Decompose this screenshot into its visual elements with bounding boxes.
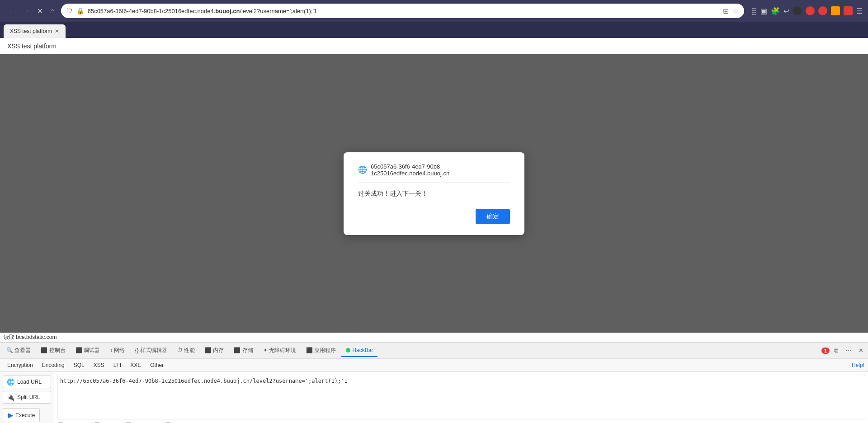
page-title-bar: XSS test platform [0, 38, 868, 54]
load-url-label: Load URL [17, 379, 42, 385]
menu-icon[interactable]: ☰ [856, 7, 863, 15]
execute-label: Execute [15, 412, 35, 418]
nav-buttons: ← → ✕ ⌂ [5, 5, 57, 17]
reload-button[interactable]: ✕ [34, 5, 46, 17]
home-button[interactable]: ⌂ [47, 5, 57, 17]
dialog-domain: 65c057a6-36f6-4ed7-90b8-1c25016edfec.nod… [371, 163, 510, 177]
bookmark-icon[interactable]: ☆ [732, 7, 739, 15]
main-content: 🌐 65c057a6-36f6-4ed7-90b8-1c25016edfec.n… [0, 54, 868, 333]
dialog-title: 🌐 65c057a6-36f6-4ed7-90b8-1c25016edfec.n… [358, 163, 510, 183]
url-input[interactable] [57, 375, 865, 419]
split-url-button[interactable]: 🔌 Split URL [3, 391, 51, 404]
hackbar-toolbar: Encryption Encoding SQL XSS LFI XXE Othe… [0, 359, 868, 372]
security-icon: 🔒 [76, 7, 84, 14]
extensions-icon[interactable]: ⣿ [751, 7, 757, 15]
execute-icon: ▶ [8, 411, 13, 419]
ext4-icon[interactable] [831, 6, 840, 15]
qr-icon[interactable]: ⊞ [723, 7, 729, 15]
hackbar-sidebar: 🌐 Load URL 🔌 Split URL ▶ Execute [0, 372, 54, 423]
address-text: 65c057a6-36f6-4ed7-90b8-1c25016edfec.nod… [88, 8, 719, 14]
ext3-icon[interactable] [818, 6, 827, 15]
xxe-menu[interactable]: XXE [127, 361, 145, 370]
puzzle-icon[interactable]: 🧩 [771, 7, 780, 15]
hackbar-options: Post data Referer User Agent Cookies C [57, 419, 865, 423]
hackbar-main: 🌐 Load URL 🔌 Split URL ▶ Execute Po [0, 372, 868, 423]
tab-hackbar[interactable]: HackBar [341, 344, 377, 357]
tab-network[interactable]: ↕ 网络 [105, 344, 129, 357]
hackbar-panel: Encryption Encoding SQL XSS LFI XXE Othe… [0, 359, 868, 423]
dialog-confirm-button[interactable]: 确定 [476, 209, 510, 224]
address-bar[interactable]: 🛡 🔒 65c057a6-36f6-4ed7-90b8-1c25016edfec… [61, 4, 744, 18]
split-url-icon: 🔌 [7, 394, 14, 401]
dialog-footer: 确定 [358, 209, 510, 224]
tab-inspector[interactable]: 🔍 查看器 [2, 344, 35, 357]
hackbar-content: Post data Referer User Agent Cookies C [54, 372, 868, 423]
tab-title: XSS test platform [10, 28, 52, 34]
globe-icon: 🌐 [358, 165, 367, 174]
page-title: XSS test platform [7, 42, 57, 50]
status-text: 读取 bce.bdstatic.com [4, 334, 57, 341]
tab-storage[interactable]: ⬛ 存储 [229, 344, 257, 357]
devtools-more-button[interactable]: ⋯ [843, 345, 854, 356]
other-menu[interactable]: Other [146, 361, 167, 370]
dialog-overlay: 🌐 65c057a6-36f6-4ed7-90b8-1c25016edfec.n… [0, 54, 868, 333]
ext1-icon[interactable] [793, 6, 802, 15]
url-suffix: /level2?username=';alert(1);'1 [240, 8, 317, 14]
status-bar: 读取 bce.bdstatic.com [0, 333, 868, 342]
error-count-badge: 1 [821, 348, 830, 354]
url-prefix: 65c057a6-36f6-4ed7-90b8-1c25016edfec.nod… [88, 8, 216, 14]
devtools-toggle-button[interactable]: ⧉ [831, 345, 841, 356]
encoding-menu[interactable]: Encoding [38, 361, 68, 370]
execute-button[interactable]: ▶ Execute [3, 408, 40, 422]
tab-close-button[interactable]: ✕ [55, 28, 59, 34]
devtools-panel: 🔍 查看器 ⬛ 控制台 ⬛ 调试器 ↕ 网络 {} 样式编辑器 ⏱ 性能 ⬛ 内… [0, 342, 868, 423]
load-url-button[interactable]: 🌐 Load URL [3, 376, 51, 388]
url-bold: buuoj.cn [215, 8, 240, 14]
forward-button[interactable]: → [20, 5, 33, 17]
tab-console[interactable]: ⬛ 控制台 [36, 344, 70, 357]
shield-icon: 🛡 [66, 7, 73, 14]
tab-view-icon[interactable]: ▣ [760, 7, 767, 15]
encryption-menu[interactable]: Encryption [4, 361, 37, 370]
dialog-message: 过关成功！进入下一关！ [358, 190, 510, 198]
lfi-menu[interactable]: LFI [110, 361, 125, 370]
hackbar-dot-icon [346, 348, 350, 352]
tab-performance[interactable]: ⏱ 性能 [173, 344, 199, 357]
devtools-tab-bar: 🔍 查看器 ⬛ 控制台 ⬛ 调试器 ↕ 网络 {} 样式编辑器 ⏱ 性能 ⬛ 内… [0, 343, 868, 359]
help-link[interactable]: Help! [852, 362, 864, 368]
tab-debugger[interactable]: ⬛ 调试器 [71, 344, 104, 357]
ext5-icon[interactable] [844, 6, 853, 15]
xss-menu[interactable]: XSS [90, 361, 108, 370]
tab-application[interactable]: ⬛ 应用程序 [302, 344, 340, 357]
devtools-right-controls: 1 ⧉ ⋯ ✕ [821, 345, 866, 356]
tab-style-editor[interactable]: {} 样式编辑器 [130, 344, 171, 357]
alert-dialog: 🌐 65c057a6-36f6-4ed7-90b8-1c25016edfec.n… [344, 152, 524, 235]
ext2-icon[interactable] [806, 6, 815, 15]
split-url-label: Split URL [17, 394, 40, 400]
load-url-icon: 🌐 [7, 378, 14, 385]
browser-toolbar-right: ⣿ ▣ 🧩 ↩ ☰ [751, 6, 863, 15]
tab-accessibility[interactable]: ✦ 无障碍环境 [259, 344, 301, 357]
tab-bar: XSS test platform ✕ [0, 22, 868, 38]
back-button[interactable]: ← [5, 5, 18, 17]
undo-icon[interactable]: ↩ [783, 7, 789, 15]
sql-menu[interactable]: SQL [70, 361, 88, 370]
devtools-close-button[interactable]: ✕ [856, 345, 866, 356]
active-tab[interactable]: XSS test platform ✕ [4, 24, 66, 38]
browser-chrome: ← → ✕ ⌂ 🛡 🔒 65c057a6-36f6-4ed7-90b8-1c25… [0, 0, 868, 22]
tab-memory[interactable]: ⬛ 内存 [200, 344, 228, 357]
